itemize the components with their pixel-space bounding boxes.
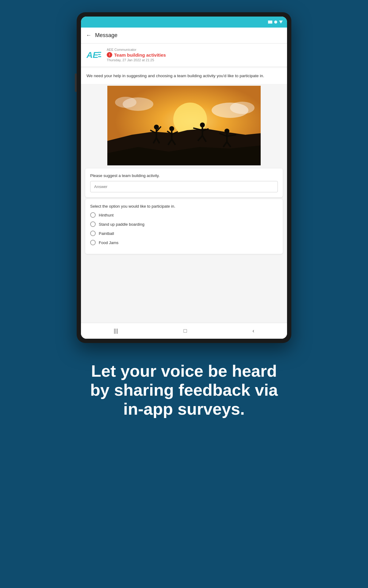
radio-label-2: Stand up paddle boarding (99, 222, 144, 227)
bottom-section: Let your voice be heard by sharing feedb… (59, 361, 309, 418)
svg-point-23 (200, 123, 205, 127)
nav-menu-button[interactable]: ||| (114, 328, 118, 334)
survey-card-radio: Select the option you would like to part… (85, 199, 283, 254)
tagline-line3: in-app surveys. (123, 400, 245, 418)
bottom-nav: ||| □ ‹ (81, 323, 287, 339)
signal-icon (279, 21, 283, 24)
back-button[interactable]: ← (86, 32, 91, 39)
radio-label-4: Food Jams (99, 240, 118, 245)
svg-point-9 (115, 97, 136, 108)
app-bar: ← Message (81, 28, 287, 43)
nav-home-button[interactable]: □ (184, 328, 187, 334)
svg-point-29 (224, 129, 229, 134)
status-bar (81, 17, 287, 28)
svg-point-11 (154, 125, 159, 130)
sender-info: AEE Communicator ! Team building activit… (107, 48, 282, 62)
radio-circle-1 (90, 212, 96, 218)
radio-circle-4 (90, 240, 96, 245)
alert-icon: ! (107, 52, 112, 58)
svg-text:AE: AE (86, 50, 99, 60)
squares-icon (268, 21, 272, 24)
sender-name: AEE Communicator (107, 48, 282, 51)
radio-option-hinthunt[interactable]: Hinthunt (90, 212, 278, 218)
radio-label-1: Hinthunt (99, 213, 113, 217)
status-icons (268, 21, 283, 24)
hero-image (86, 86, 282, 165)
sender-card: AE AEE Communicator ! Team building acti… (81, 43, 287, 66)
radio-option-paintball[interactable]: Paintball (90, 231, 278, 236)
side-button (75, 74, 77, 92)
message-body: We need your help in suggesting and choo… (81, 68, 287, 84)
aee-logo-svg: AE (86, 49, 102, 61)
tagline-line2: by sharing feedback via (90, 381, 278, 399)
message-subject: Team building activities (114, 52, 166, 58)
survey-question-2: Select the option you would like to part… (90, 204, 278, 209)
tagline: Let your voice be heard by sharing feedb… (90, 361, 278, 418)
radio-option-sup[interactable]: Stand up paddle boarding (90, 221, 278, 227)
message-content: AE AEE Communicator ! Team building acti… (81, 43, 287, 323)
tablet-frame: ← Message AE AEE (77, 12, 291, 343)
radio-label-3: Paintball (99, 231, 114, 236)
body-text: We need your help in suggesting and choo… (86, 73, 282, 79)
tablet-screen: ← Message AE AEE (81, 17, 287, 339)
hero-svg (86, 86, 282, 165)
svg-point-7 (230, 102, 255, 114)
radio-circle-3 (90, 231, 96, 236)
survey-question-1: Please suggest a team building activity. (90, 173, 278, 178)
tagline-line1: Let your voice be heard (91, 362, 277, 380)
svg-point-17 (169, 126, 174, 131)
bottom-spacer (81, 256, 287, 274)
dot-icon (274, 21, 277, 24)
app-bar-title: Message (95, 32, 117, 39)
radio-option-foodjams[interactable]: Food Jams (90, 240, 278, 245)
sender-logo: AE (86, 49, 102, 61)
message-title-row: ! Team building activities (107, 52, 282, 58)
message-date: Thursday, 27 Jan 2022 at 21:25 (107, 58, 282, 62)
survey-card-text: Please suggest a team building activity. (85, 168, 283, 197)
answer-input[interactable] (90, 181, 278, 192)
radio-circle-2 (90, 221, 96, 227)
nav-back-button[interactable]: ‹ (252, 328, 254, 334)
